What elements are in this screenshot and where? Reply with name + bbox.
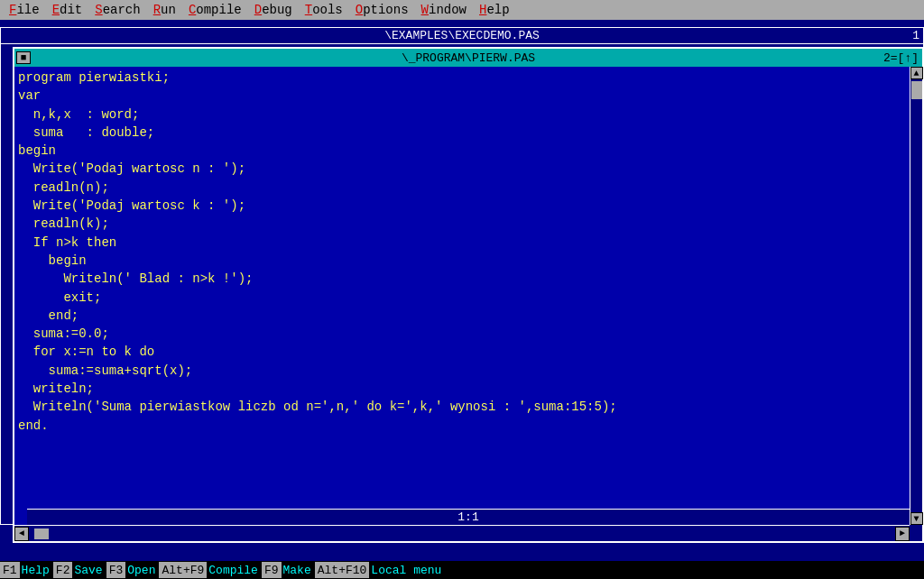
menu-debug[interactable]: Debug (249, 2, 298, 18)
fkey-altf9[interactable]: Alt+F9 Compile (159, 562, 261, 578)
code-line-1: program pierwiastki; (18, 69, 919, 87)
scroll-down-button[interactable]: ▼ (910, 512, 923, 525)
function-key-bar: F1 Help F2 Save F3 Open Alt+F9 Compile F… (0, 561, 924, 579)
code-line-15: suma:=0.0; (18, 325, 919, 343)
window-execdemo-title: \EXAMPLES\EXECDEMO.PAS (384, 29, 540, 42)
menu-compile[interactable]: Compile (183, 2, 247, 18)
fkey-altf10-label: Local menu (369, 564, 445, 577)
fkey-f3-num: F3 (106, 562, 126, 578)
menu-options[interactable]: Options (350, 2, 414, 18)
code-line-2: var (18, 87, 919, 105)
fkey-f9-num: F9 (262, 562, 282, 578)
code-line-3: n,k,x : word; (18, 106, 919, 124)
scroll-left-button[interactable]: ◄ (14, 527, 29, 541)
window-close-button[interactable]: ■ (16, 51, 31, 64)
code-line-19: Writeln('Suma pierwiastkow liczb od n=',… (18, 398, 919, 416)
code-line-5: begin (18, 142, 919, 160)
code-line-16: for x:=n to k do (18, 343, 919, 361)
code-line-4: suma : double; (18, 124, 919, 142)
fkey-f1-label: Help (20, 564, 53, 577)
code-line-13: exit; (18, 289, 919, 307)
code-editor[interactable]: program pierwiastki; var n,k,x : word; s… (14, 67, 922, 525)
scroll-thumb-vertical[interactable] (911, 81, 922, 99)
fkey-f9[interactable]: F9 Make (262, 562, 315, 578)
fkey-f2-label: Save (72, 564, 106, 577)
fkey-f3[interactable]: F3 Open (106, 562, 160, 578)
code-line-10: If n>k then (18, 234, 919, 252)
menu-search[interactable]: Search (89, 2, 145, 18)
scroll-right-button[interactable]: ► (895, 527, 910, 541)
status-bar: 1:1 (27, 509, 910, 525)
menu-run[interactable]: Run (148, 2, 181, 18)
fkey-f9-label: Make (282, 564, 315, 577)
menu-window[interactable]: Window (416, 2, 472, 18)
scroll-up-button[interactable]: ▲ (910, 67, 923, 79)
scrollbar-horizontal[interactable]: ◄ ► (14, 525, 910, 541)
cursor-position: 1:1 (457, 510, 478, 524)
window-execdemo-titlebar: \EXAMPLES\EXECDEMO.PAS 1 (1, 28, 923, 44)
scroll-track-horizontal (31, 528, 893, 539)
code-line-9: readln(k); (18, 215, 919, 233)
code-line-11: begin (18, 252, 919, 270)
menu-edit[interactable]: Edit (47, 2, 88, 18)
fkey-f2[interactable]: F2 Save (53, 562, 106, 578)
fkey-altf9-label: Compile (207, 564, 262, 577)
window-pierw: ■ \_PROGRAM\PIERW.PAS 2=[↑] program pier… (13, 47, 924, 543)
scroll-thumb-horizontal[interactable] (34, 528, 49, 539)
fkey-f2-num: F2 (53, 562, 73, 578)
menu-help[interactable]: Help (474, 2, 515, 18)
fkey-f3-label: Open (125, 564, 159, 577)
code-line-18: writeln; (18, 380, 919, 398)
window-pierw-number: 2=[↑] (883, 51, 919, 65)
code-line-20: end. (18, 417, 919, 435)
fkey-altf10-num: Alt+F10 (315, 562, 370, 578)
code-line-8: Write('Podaj wartosc k : '); (18, 197, 919, 215)
fkey-altf10[interactable]: Alt+F10 Local menu (315, 562, 446, 578)
code-line-14: end; (18, 307, 919, 325)
window-pierw-titlebar: ■ \_PROGRAM\PIERW.PAS 2=[↑] (14, 49, 922, 67)
menu-file[interactable]: File (4, 2, 45, 18)
fkey-f1[interactable]: F1 Help (0, 562, 53, 578)
code-line-6: Write('Podaj wartosc n : '); (18, 160, 919, 178)
fkey-altf9-num: Alt+F9 (159, 562, 207, 578)
scrollbar-vertical[interactable]: ▲ ▼ (910, 67, 922, 525)
window-execdemo-number: 1 (912, 29, 919, 42)
fkey-f1-num: F1 (0, 562, 20, 578)
code-line-7: readln(n); (18, 179, 919, 197)
code-line-17: suma:=suma+sqrt(x); (18, 362, 919, 380)
menu-tools[interactable]: Tools (300, 2, 348, 18)
code-line-12: Writeln(' Blad : n>k !'); (18, 270, 919, 288)
workspace: \EXAMPLES\EXECDEMO.PAS 1 ■ \_PROGRAM\PIE… (0, 20, 924, 543)
menu-bar: File Edit Search Run Compile Debug Tools… (0, 0, 924, 20)
window-pierw-title: \_PROGRAM\PIERW.PAS (402, 51, 535, 65)
